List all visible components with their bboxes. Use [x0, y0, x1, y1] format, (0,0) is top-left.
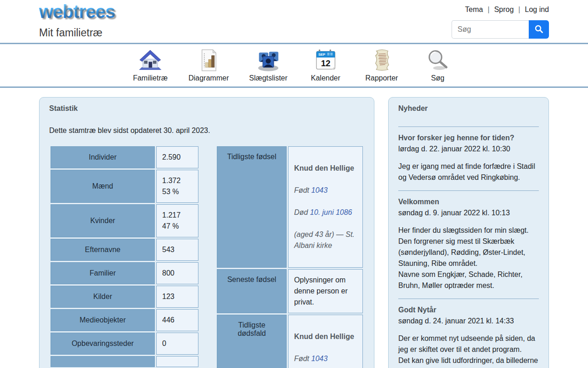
stat-value: 800: [156, 262, 198, 284]
stat-label: [51, 356, 155, 367]
divider: [398, 126, 539, 127]
svg-text:12: 12: [321, 58, 330, 68]
nav-item-lists[interactable]: Slægtslister: [249, 47, 288, 82]
table-row: Tidligste dødsfald Knud den Hellige Født…: [217, 315, 363, 368]
statistics-card-title: Statistik: [40, 98, 374, 115]
stat-label: Tidligste dødsfald: [217, 315, 287, 368]
stat-label: Medieobjekter: [51, 309, 155, 331]
stat-label: Opbevaringssteder: [51, 333, 155, 355]
nav-item-calendar[interactable]: SEP 12 Kalender: [308, 47, 344, 82]
search-icon: [534, 24, 543, 35]
svg-text:SEP: SEP: [318, 52, 325, 57]
header-right: Tema | Sprog | Log ind: [452, 2, 549, 39]
news-item: Hvor forsker jeg henne for tiden? lørdag…: [398, 126, 539, 183]
main-content: Statistik Dette stamtræ blev sidst opdat…: [39, 97, 549, 368]
table-row: Kilder123: [51, 286, 198, 308]
magnifier-icon: [420, 47, 456, 73]
stat-label: Kvinder: [51, 204, 155, 237]
nav-item-search[interactable]: Søg: [420, 47, 456, 82]
webtrees-home-page: webtrees Mit familietræ Tema | Sprog | L…: [0, 0, 588, 368]
table-row: Familier800: [51, 262, 198, 284]
nav-item-family-tree[interactable]: Familietræ: [132, 47, 168, 82]
stat-label: Kilder: [51, 286, 155, 308]
nav-label: Slægtslister: [249, 74, 288, 82]
divider: [398, 190, 539, 191]
birth-date-link[interactable]: 1043: [311, 186, 328, 194]
people-icon: [249, 47, 288, 73]
webtrees-logo[interactable]: webtrees: [39, 2, 115, 21]
news-card-title: Nyheder: [389, 98, 548, 115]
stat-value: 446: [156, 309, 198, 331]
stat-value: 1.372 53 %: [156, 170, 198, 203]
stat-value: 543: [156, 239, 198, 261]
news-date: søndag d. 24. januar 2021 kl. 14:33: [398, 316, 539, 327]
chart-document-icon: [188, 47, 229, 73]
header: webtrees Mit familietræ Tema | Sprog | L…: [39, 0, 549, 43]
link-separator: |: [487, 6, 489, 14]
news-item: Godt Nytår søndag d. 24. januar 2021 kl.…: [398, 299, 539, 368]
totals-table: Individer2.590 Mænd1.372 53 % Kvinder1.2…: [49, 145, 200, 368]
stat-value: 123: [156, 286, 198, 308]
table-row: Opbevaringssteder0: [51, 333, 198, 355]
news-body: Jeg er igang med at finde forfædre i Sta…: [398, 161, 539, 183]
house-icon: [132, 47, 168, 73]
login-link[interactable]: Log ind: [525, 6, 549, 14]
news-body: Der er kommet nyt udseende på siden, da …: [398, 333, 539, 368]
language-link[interactable]: Sprog: [494, 6, 514, 14]
scroll-icon: [364, 47, 400, 73]
statistics-card: Statistik Dette stamtræ blev sidst opdat…: [39, 97, 374, 368]
table-row: Individer2.590: [51, 146, 198, 168]
nav-label: Søg: [420, 74, 456, 82]
news-heading: Godt Nytår: [398, 305, 539, 316]
person-name-link[interactable]: Knud den Hellige: [294, 163, 357, 174]
stat-value: [156, 356, 198, 367]
birth-label: Født: [294, 355, 309, 362]
person-name-link[interactable]: Knud den Hellige: [294, 331, 357, 342]
table-row: Mænd1.372 53 %: [51, 170, 198, 203]
news-card: Nyheder Hvor forsker jeg henne for tiden…: [388, 97, 549, 368]
last-updated-text: Dette stamtræ blev sidst opdateret 30. a…: [49, 126, 364, 135]
table-row: Medieobjekter446: [51, 309, 198, 331]
stat-value: 0: [156, 333, 198, 355]
nav-label: Familietræ: [132, 74, 168, 82]
nav-label: Diagrammer: [188, 74, 229, 82]
divider: [398, 299, 539, 299]
table-row: Seneste fødsel Oplysninger om denne pers…: [217, 269, 363, 313]
nav-item-reports[interactable]: Rapporter: [364, 47, 400, 82]
birth-label: Født: [294, 186, 309, 194]
stat-label: Mænd: [51, 170, 155, 203]
search-button[interactable]: [529, 20, 549, 39]
table-row-partial: [51, 356, 198, 367]
age-and-place: (aged 43 år) — St. Albani kirke: [294, 229, 357, 251]
theme-link[interactable]: Tema: [465, 6, 483, 14]
user-links: Tema | Sprog | Log ind: [465, 6, 549, 14]
stat-label: Familier: [51, 262, 155, 284]
stat-value: Oplysninger om denne person er privat.: [288, 269, 363, 313]
stat-value: 2.590: [156, 146, 198, 168]
stat-label: Tidligste fødsel: [217, 146, 287, 268]
calendar-icon: SEP 12: [308, 47, 344, 73]
vital-events-table: Tidligste fødsel Knud den Hellige Født 1…: [215, 145, 364, 368]
table-row: Efternavne543: [51, 239, 198, 261]
site-title: Mit familietræ: [39, 27, 115, 39]
nav-item-charts[interactable]: Diagrammer: [188, 47, 229, 82]
news-heading: Hvor forsker jeg henne for tiden?: [398, 132, 539, 144]
news-date: lørdag d. 22. januar 2022 kl. 10:30: [398, 144, 539, 155]
link-separator: |: [518, 6, 520, 14]
nav-label: Kalender: [308, 74, 344, 82]
branding: webtrees Mit familietræ: [39, 2, 115, 39]
stat-value: Knud den Hellige Født 1043 Død 10. juni …: [288, 315, 363, 368]
stat-label: Seneste fødsel: [217, 269, 287, 313]
death-label: Død: [294, 208, 308, 216]
search-input[interactable]: [452, 20, 529, 39]
table-row: Tidligste fødsel Knud den Hellige Født 1…: [217, 146, 363, 268]
news-heading: Velkommen: [398, 196, 539, 207]
primary-navigation: Familietræ Diagrammer: [0, 43, 588, 88]
news-body: Her finder du slægtssiden for min slægt.…: [398, 225, 539, 291]
birth-date-link[interactable]: 1043: [311, 355, 328, 362]
table-row: Kvinder1.217 47 %: [51, 204, 198, 237]
stat-label: Individer: [51, 146, 155, 168]
stat-label: Efternavne: [51, 239, 155, 261]
stat-value: 1.217 47 %: [156, 204, 198, 237]
death-date-link[interactable]: 10. juni 1086: [310, 208, 352, 216]
